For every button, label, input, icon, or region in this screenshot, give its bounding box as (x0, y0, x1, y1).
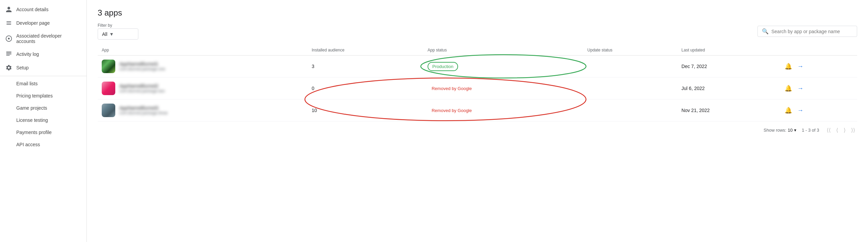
search-box: 🔍 (757, 26, 857, 37)
app-name-2: AppNameBlurred3 (119, 105, 168, 111)
sidebar-item-email-lists[interactable]: Email lists (0, 78, 84, 90)
rows-dropdown[interactable]: 10 ▾ (788, 128, 796, 133)
filter-left: Filter by All ▾ (98, 23, 138, 40)
sidebar-item-payments-profile[interactable]: Payments profile (0, 126, 84, 138)
developer-page-icon (5, 20, 12, 26)
sidebar-item-game-projects-label: Game projects (5, 105, 47, 111)
apps-tbody: AppNameBlurred1 com.blurred.package.one … (98, 56, 857, 122)
app-package-0: com.blurred.package.one (119, 67, 165, 71)
apps-table: App Installed audience App status Update… (98, 45, 857, 122)
app-name-1: AppNameBlurred2 (119, 83, 165, 89)
update-status-1 (583, 78, 677, 100)
table-row: AppNameBlurred2 com.blurred.package.two … (98, 78, 857, 100)
app-icon-2 (102, 104, 115, 117)
sidebar-divider-1 (0, 76, 86, 76)
filter-select-wrap: Filter by All ▾ (98, 23, 138, 40)
last-updated-0: Dec 7, 2022 (677, 56, 781, 78)
app-icon-1 (102, 82, 115, 95)
actions-cell-0: 🔔 → (781, 56, 857, 78)
app-status-2: Removed by Google (423, 100, 583, 122)
installed-audience-1: 0 (308, 78, 423, 100)
status-badge-1: Removed by Google (428, 85, 476, 92)
table-header: App Installed audience App status Update… (98, 45, 857, 56)
bell-icon-2[interactable]: 🔔 (785, 107, 792, 114)
app-cell-0: AppNameBlurred1 com.blurred.package.one (98, 56, 308, 78)
actions-cell-1: 🔔 → (781, 78, 857, 100)
main-content: 3 apps Filter by All ▾ 🔍 App Installed a… (87, 0, 868, 242)
sidebar-item-pricing-templates[interactable]: Pricing templates (0, 90, 84, 102)
rows-select: Show rows: 10 ▾ (764, 128, 796, 133)
sidebar-item-developer-page[interactable]: Developer page (0, 16, 84, 30)
col-installed-audience: Installed audience (308, 45, 423, 56)
table-row: AppNameBlurred3 com.blurred.package.thre… (98, 100, 857, 122)
arrow-icon-0[interactable]: → (797, 63, 804, 70)
sidebar-item-game-projects[interactable]: Game projects (0, 102, 84, 114)
bell-icon-1[interactable]: 🔔 (785, 85, 792, 92)
app-icon-0 (102, 60, 115, 73)
last-page-button[interactable]: ⟩⟩ (849, 126, 857, 135)
sidebar-item-activity-log[interactable]: Activity log (0, 47, 84, 61)
first-page-button[interactable]: ⟨⟨ (825, 126, 833, 135)
sidebar-item-activity-log-label: Activity log (16, 51, 39, 57)
col-actions (781, 45, 857, 56)
installed-audience-2: 10 (308, 100, 423, 122)
status-badge-2: Removed by Google (428, 107, 476, 114)
arrow-icon-1[interactable]: → (797, 85, 804, 92)
arrow-icon-2[interactable]: → (797, 107, 804, 114)
account-icon (5, 6, 12, 13)
sidebar-item-associated-label: Associated developer accounts (16, 33, 78, 44)
activity-log-icon (5, 51, 12, 58)
sidebar: Account details Developer page Associate… (0, 0, 87, 242)
filter-label: Filter by (98, 23, 138, 28)
app-name-0: AppNameBlurred1 (119, 61, 165, 67)
bell-icon-0[interactable]: 🔔 (785, 63, 792, 70)
rows-chevron-icon: ▾ (794, 128, 796, 133)
sidebar-item-pricing-templates-label: Pricing templates (5, 93, 53, 98)
sidebar-item-setup-label: Setup (16, 65, 29, 70)
col-app-status: App status (423, 45, 583, 56)
search-input[interactable] (771, 29, 853, 34)
status-badge-0: Production (428, 62, 458, 71)
sidebar-item-developer-page-label: Developer page (16, 20, 50, 26)
table-row: AppNameBlurred1 com.blurred.package.one … (98, 56, 857, 78)
chevron-down-icon: ▾ (110, 31, 113, 37)
app-package-2: com.blurred.package.three (119, 111, 168, 115)
search-icon: 🔍 (762, 28, 769, 35)
pagination-bar: Show rows: 10 ▾ 1 - 3 of 3 ⟨⟨ ⟨ ⟩ ⟩⟩ (98, 122, 857, 139)
page-info: 1 - 3 of 3 (802, 128, 819, 133)
sidebar-item-associated-developer-accounts[interactable]: Associated developer accounts (0, 30, 84, 47)
sidebar-item-payments-profile-label: Payments profile (5, 130, 52, 135)
filter-bar: Filter by All ▾ 🔍 (98, 23, 857, 40)
sidebar-item-account-details[interactable]: Account details (0, 3, 84, 16)
rows-label: Show rows: (764, 128, 786, 133)
installed-audience-0: 3 (308, 56, 423, 78)
filter-dropdown[interactable]: All ▾ (98, 28, 138, 40)
svg-point-1 (8, 38, 10, 40)
col-last-updated: Last updated (677, 45, 781, 56)
sidebar-item-license-testing[interactable]: License testing (0, 114, 84, 126)
apps-table-wrapper: App Installed audience App status Update… (98, 45, 857, 122)
col-update-status: Update status (583, 45, 677, 56)
app-package-1: com.blurred.package.two (119, 89, 165, 93)
app-cell-2: AppNameBlurred3 com.blurred.package.thre… (98, 100, 308, 122)
col-app: App (98, 45, 308, 56)
app-status-1: Removed by Google (423, 78, 583, 100)
setup-icon (5, 64, 12, 71)
sidebar-item-license-testing-label: License testing (5, 117, 48, 123)
sidebar-item-api-access-label: API access (5, 142, 40, 147)
app-status-0: Production (423, 56, 583, 78)
next-page-button[interactable]: ⟩ (842, 126, 848, 135)
page-title: 3 apps (98, 8, 857, 18)
app-cell-1: AppNameBlurred2 com.blurred.package.two (98, 78, 308, 100)
last-updated-2: Nov 21, 2022 (677, 100, 781, 122)
last-updated-1: Jul 6, 2022 (677, 78, 781, 100)
sidebar-item-account-details-label: Account details (16, 7, 48, 12)
filter-selected-value: All (102, 31, 107, 37)
associated-icon (5, 35, 12, 42)
prev-page-button[interactable]: ⟨ (834, 126, 840, 135)
update-status-2 (583, 100, 677, 122)
sidebar-item-api-access[interactable]: API access (0, 138, 84, 151)
sidebar-item-setup[interactable]: Setup (0, 61, 84, 74)
page-navigation: ⟨⟨ ⟨ ⟩ ⟩⟩ (825, 126, 857, 135)
sidebar-item-email-lists-label: Email lists (5, 81, 38, 86)
